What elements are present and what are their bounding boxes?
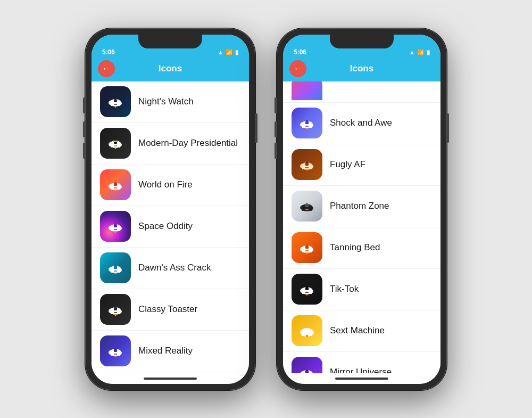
home-bar-right bbox=[335, 378, 388, 380]
item-label-mixed-reality: Mixed Reality bbox=[138, 346, 193, 356]
svg-rect-12 bbox=[113, 141, 118, 142]
list-right: Shock and Awe bbox=[283, 81, 440, 373]
icon-phantom-zone bbox=[292, 191, 322, 222]
back-button-right[interactable]: ← bbox=[289, 60, 306, 77]
icon-presidential bbox=[100, 128, 131, 159]
svg-point-18 bbox=[114, 182, 117, 185]
list-item[interactable]: Modern-Day Presidential bbox=[92, 123, 249, 165]
svg-point-5 bbox=[114, 99, 117, 102]
list-item[interactable]: World on Fire bbox=[92, 165, 249, 206]
wifi-icon-right: 📶 bbox=[417, 49, 425, 56]
list-item[interactable]: Night's Watch bbox=[92, 81, 249, 123]
item-label-world-on-fire: World on Fire bbox=[138, 179, 193, 190]
item-label-nights-watch: Night's Watch bbox=[138, 96, 194, 107]
icon-partial bbox=[292, 81, 322, 101]
svg-point-66 bbox=[306, 203, 309, 206]
battery-icon-left: ▮ bbox=[235, 49, 238, 56]
scroll-area-left[interactable]: Night's Watch bbox=[92, 81, 249, 373]
item-label-fugly-af: Fugly AF bbox=[330, 159, 365, 170]
item-label-mirror-universe: Mirror Universe bbox=[330, 367, 392, 373]
item-label-space-oddity: Space Oddity bbox=[138, 221, 193, 232]
svg-point-72 bbox=[306, 245, 309, 248]
icon-mirror-universe bbox=[292, 357, 322, 373]
list-item[interactable]: Dawn's Ass Crack bbox=[92, 248, 249, 289]
back-arrow-left: ← bbox=[102, 64, 111, 73]
list-item[interactable]: Classy Toaster bbox=[92, 289, 249, 331]
item-label-tiktok: Tik-Tok bbox=[330, 284, 359, 294]
list-item[interactable]: Tik-Tok bbox=[283, 269, 440, 310]
icon-fugly-af bbox=[292, 149, 322, 180]
nav-title-right: Icons bbox=[350, 63, 373, 74]
battery-icon-right: ▮ bbox=[427, 49, 430, 56]
wifi-icon-left: 📶 bbox=[226, 49, 233, 56]
item-label-dawns-crack: Dawn's Ass Crack bbox=[138, 263, 211, 273]
list-item[interactable]: Space Oddity bbox=[92, 206, 249, 248]
svg-point-78 bbox=[306, 286, 309, 289]
svg-point-88 bbox=[306, 370, 309, 372]
svg-point-36 bbox=[114, 307, 117, 309]
icon-sext-machine bbox=[292, 315, 322, 346]
back-arrow-right: ← bbox=[294, 64, 302, 73]
signal-icon-right: ▲ bbox=[409, 49, 415, 55]
item-label-presidential: Modern-Day Presidential bbox=[138, 138, 238, 149]
svg-point-24 bbox=[114, 224, 117, 226]
notch-left bbox=[138, 35, 202, 48]
item-label-classy-toaster: Classy Toaster bbox=[138, 304, 197, 315]
signal-icon-left: ▲ bbox=[218, 49, 223, 55]
back-button-left[interactable]: ← bbox=[98, 60, 115, 77]
list-item[interactable]: Mixed Reality bbox=[92, 331, 249, 372]
svg-point-54 bbox=[306, 120, 309, 123]
phone-right: 5:06 ▲ 📶 ▮ ← Icons bbox=[277, 28, 447, 390]
status-time-right: 5:06 bbox=[294, 48, 306, 56]
list-item[interactable]: Shock and Awe bbox=[283, 103, 440, 144]
status-time-left: 5:06 bbox=[102, 48, 115, 56]
phone-left: 5:06 ▲ 📶 ▮ ← Icons bbox=[85, 28, 255, 390]
list-item[interactable]: Sext Machine bbox=[283, 310, 440, 352]
svg-point-60 bbox=[306, 162, 309, 165]
icon-classy-toaster bbox=[100, 294, 131, 325]
icon-tanning-bed bbox=[292, 232, 322, 263]
item-label-sext-machine: Sext Machine bbox=[330, 325, 385, 336]
icon-tiktok bbox=[292, 274, 322, 305]
home-indicator-left bbox=[92, 373, 249, 384]
icon-mixed-reality bbox=[100, 335, 131, 366]
status-icons-right: ▲ 📶 ▮ bbox=[409, 49, 430, 56]
nav-bar-left: ← Icons bbox=[92, 58, 249, 81]
icon-world-on-fire bbox=[100, 169, 131, 200]
list-item[interactable]: Tanning Bed bbox=[283, 227, 440, 269]
notch-right bbox=[330, 35, 394, 48]
icon-dawns-crack bbox=[100, 252, 131, 283]
nav-bar-right: ← Icons bbox=[283, 58, 440, 81]
item-label-phantom-zone: Phantom Zone bbox=[330, 201, 389, 211]
list-item[interactable]: Fugly AF bbox=[283, 144, 440, 186]
status-icons-left: ▲ 📶 ▮ bbox=[218, 49, 238, 56]
icon-shock-awe bbox=[292, 108, 322, 138]
svg-point-30 bbox=[114, 265, 117, 268]
item-label-tanning-bed: Tanning Bed bbox=[330, 242, 380, 253]
home-indicator-right bbox=[283, 373, 440, 384]
nav-title-left: Icons bbox=[159, 63, 182, 74]
svg-point-42 bbox=[114, 348, 117, 351]
item-label-shock-awe: Shock and Awe bbox=[330, 118, 392, 128]
scroll-area-right[interactable]: Shock and Awe bbox=[283, 81, 440, 373]
list-item-partial[interactable] bbox=[283, 81, 440, 103]
icon-space-oddity bbox=[100, 211, 131, 242]
icon-nights-watch bbox=[100, 86, 131, 117]
list-left: Night's Watch bbox=[92, 81, 249, 373]
home-bar-left bbox=[144, 378, 197, 380]
list-item[interactable]: Mirror Universe bbox=[283, 352, 440, 373]
list-item[interactable]: Phantom Zone bbox=[283, 186, 440, 227]
